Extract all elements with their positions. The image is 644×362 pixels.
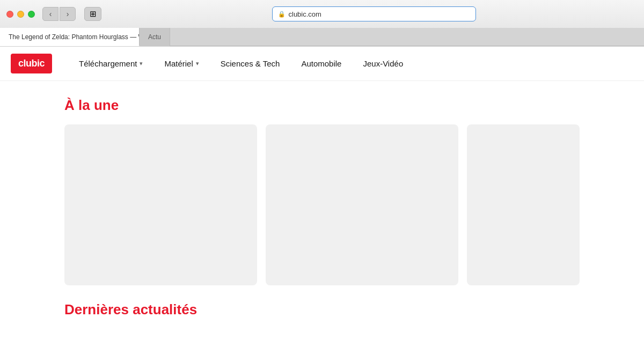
nav-item-automobile[interactable]: Automobile (290, 47, 352, 80)
tab-wikipedia[interactable]: The Legend of Zelda: Phantom Hourglass —… (0, 28, 140, 46)
nav-item-telechargement[interactable]: Téléchargement ▾ (68, 47, 153, 80)
forward-button[interactable]: › (60, 7, 76, 21)
window-chrome: ‹ › ⊞ 🔒 clubic.com The Legend of Zelda: … (0, 0, 644, 47)
logo-text: clubic (18, 58, 45, 69)
maximize-button[interactable] (28, 11, 35, 18)
a-la-une-section: À la une (64, 97, 580, 285)
url-text: clubic.com (289, 10, 321, 18)
main-content: À la une Dernières actualités (0, 81, 644, 329)
nav-sciences-tech-label: Sciences & Tech (221, 59, 280, 68)
traffic-lights (6, 11, 35, 18)
minimize-button[interactable] (17, 11, 24, 18)
nav-telechargement-label: Téléchargement (79, 59, 137, 68)
nav-item-jeux-video[interactable]: Jeux-Vidéo (352, 47, 414, 80)
sidebar-toggle-button[interactable]: ⊞ (84, 7, 101, 21)
cards-row (64, 124, 580, 285)
site-nav: clubic Téléchargement ▾ Matériel ▾ Scien… (0, 47, 644, 81)
tab-actu-label: Actu (148, 33, 161, 41)
nav-automobile-label: Automobile (301, 59, 341, 68)
back-icon: ‹ (49, 10, 52, 18)
url-bar-container: 🔒 clubic.com (110, 6, 638, 21)
browser-nav-buttons: ‹ › (42, 7, 76, 21)
nav-item-sciences-tech[interactable]: Sciences & Tech (210, 47, 291, 80)
sidebar-icon: ⊞ (90, 9, 97, 19)
url-bar[interactable]: 🔒 clubic.com (272, 6, 476, 21)
card-1 (64, 124, 257, 285)
chevron-down-icon: ▾ (196, 60, 199, 67)
lock-icon: 🔒 (278, 11, 286, 18)
nav-items: Téléchargement ▾ Matériel ▾ Sciences & T… (68, 47, 414, 80)
website-content: clubic Téléchargement ▾ Matériel ▾ Scien… (0, 47, 644, 362)
a-la-une-title: À la une (64, 97, 580, 114)
tab-bar: The Legend of Zelda: Phantom Hourglass —… (0, 28, 644, 46)
back-button[interactable]: ‹ (42, 7, 58, 21)
title-bar: ‹ › ⊞ 🔒 clubic.com (0, 0, 644, 28)
card-3 (467, 124, 580, 285)
chevron-down-icon: ▾ (140, 60, 143, 67)
close-button[interactable] (6, 11, 13, 18)
forward-icon: › (67, 10, 69, 18)
card-2 (266, 124, 458, 285)
nav-materiel-label: Matériel (164, 59, 193, 68)
tab-actu[interactable]: Actu (140, 28, 170, 46)
nav-item-materiel[interactable]: Matériel ▾ (153, 47, 209, 80)
nav-jeux-video-label: Jeux-Vidéo (363, 59, 403, 68)
tab-wikipedia-label: The Legend of Zelda: Phantom Hourglass —… (9, 33, 140, 41)
dernieres-actualites-title: Dernières actualités (64, 301, 580, 318)
clubic-logo[interactable]: clubic (11, 54, 52, 73)
